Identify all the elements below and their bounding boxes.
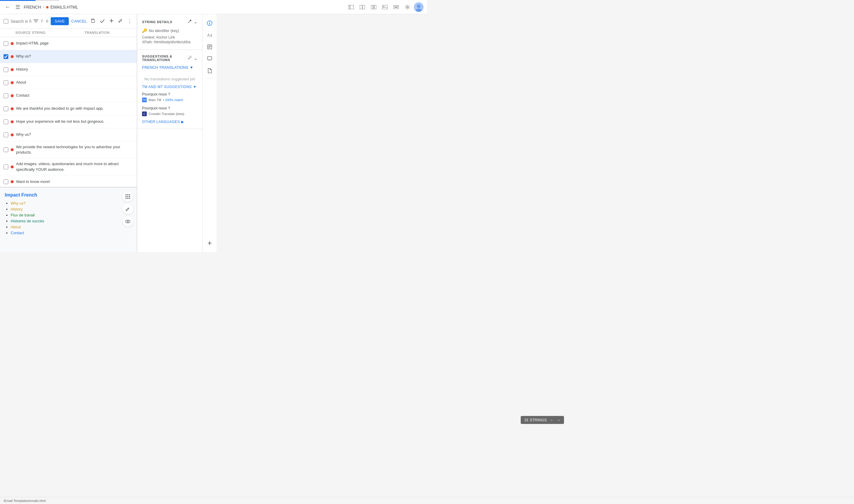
row-checkbox[interactable]	[3, 80, 8, 85]
key-text: No identifier (key)	[149, 29, 179, 33]
svg-line-34	[129, 167, 130, 168]
row-checkbox[interactable]	[3, 179, 8, 184]
row-checkbox[interactable]	[3, 132, 8, 137]
table-row[interactable]: We are thankful you decided to go with I…	[0, 102, 137, 115]
table-row[interactable]: Want to know more!	[0, 176, 137, 187]
svg-line-35	[129, 183, 130, 183]
row-status-dot	[11, 180, 14, 183]
table-row[interactable]: History	[0, 63, 137, 76]
gear-icon[interactable]	[403, 2, 412, 12]
key-icon: 🔑	[142, 28, 147, 33]
suggestion-item[interactable]: Pourquoi nous ? TM Main TM • 100% match	[142, 92, 197, 102]
toolbar-icon-3[interactable]	[369, 2, 378, 12]
row-icon[interactable]	[129, 119, 133, 124]
topbar: ← ☰ FRENCH › ■ EMAILS.HTML	[0, 0, 427, 14]
preview-link[interactable]: Histoires de succès	[11, 219, 44, 223]
search-count: 7 · 0	[41, 19, 48, 23]
row-checkbox[interactable]	[3, 67, 8, 72]
back-button[interactable]: ←	[3, 2, 12, 12]
table-row[interactable]: Add images, videos, questionaries and mu…	[0, 158, 137, 175]
filename: EMAILS.HTML	[50, 5, 78, 10]
row-icon[interactable]	[129, 179, 133, 184]
preview-link[interactable]: Contact	[11, 231, 24, 235]
suggestions-section: SUGGESTIONS & TRANSLATIONS ⌄ FRENCH TRAN…	[137, 50, 202, 129]
row-icon[interactable]	[129, 80, 133, 85]
row-checkbox[interactable]	[3, 164, 8, 169]
search-input[interactable]	[11, 19, 31, 24]
column-headers: SOURCE STRING TRANSLATION	[0, 29, 137, 37]
avatar[interactable]	[414, 2, 424, 12]
select-all-checkbox[interactable]	[3, 19, 8, 24]
toolbar-icon-2[interactable]	[358, 2, 367, 12]
chevron-down-icon[interactable]: ⌄	[194, 19, 197, 24]
add-sidebar-button[interactable]	[204, 238, 215, 249]
table-row[interactable]: Contact	[0, 89, 137, 102]
text-sidebar-icon[interactable]	[204, 41, 215, 52]
table-row[interactable]: We provide the newest technologies for y…	[0, 141, 137, 158]
table-row[interactable]: Impact HTML page	[0, 37, 137, 50]
row-icon[interactable]	[129, 106, 133, 111]
row-checkbox[interactable]	[3, 41, 8, 46]
file-search-sidebar-icon[interactable]	[204, 65, 215, 76]
suggestions-title: SUGGESTIONS & TRANSLATIONS	[142, 55, 188, 62]
source-label: Main TM	[148, 98, 161, 102]
suggestion-item[interactable]: Pourquoi nous ? C Crowdin Translate (bet…	[142, 106, 197, 116]
table-row[interactable]: Hope your experience will be not less bu…	[0, 115, 137, 128]
details-panel: STRING DETAILS ⌄ 🔑 No identifier (key) C…	[137, 14, 202, 252]
preview-link[interactable]: About	[11, 225, 21, 229]
pin-icon[interactable]	[188, 19, 192, 24]
doc-sidebar-icon[interactable]	[204, 53, 215, 64]
toolbar-icon-1[interactable]	[346, 2, 356, 12]
svg-line-28	[129, 83, 130, 84]
table-row[interactable]: Why us?	[0, 50, 137, 63]
row-text: Why us?	[16, 54, 127, 59]
list-item: History	[11, 206, 132, 211]
menu-button[interactable]: ☰	[14, 3, 21, 12]
list-item: Flux de travail	[11, 213, 132, 217]
grid-view-button[interactable]	[123, 191, 133, 202]
row-icon[interactable]	[129, 54, 133, 59]
info-sidebar-icon[interactable]	[204, 18, 215, 29]
edit-preview-button[interactable]	[123, 204, 133, 214]
row-icon[interactable]	[129, 147, 133, 152]
svg-rect-13	[395, 7, 398, 8]
row-checkbox[interactable]	[3, 106, 8, 111]
table-row[interactable]: About	[0, 76, 137, 89]
row-icon[interactable]	[129, 93, 133, 98]
preview-link[interactable]: History	[11, 207, 22, 211]
keyboard-icon[interactable]	[391, 2, 401, 12]
save-button[interactable]: SAVE	[51, 17, 69, 25]
row-checkbox[interactable]	[3, 54, 8, 59]
translate-sidebar-icon[interactable]: A文	[204, 30, 215, 40]
check-icon[interactable]	[99, 18, 106, 25]
filter-icon[interactable]	[34, 19, 38, 24]
image-icon[interactable]	[380, 2, 390, 12]
svg-line-40	[188, 22, 189, 23]
other-languages-button[interactable]: OTHER LANGUAGES ▶	[142, 120, 184, 124]
row-icon[interactable]	[129, 67, 133, 72]
table-row[interactable]: Why us?	[0, 128, 137, 141]
row-icon[interactable]	[129, 164, 133, 169]
cancel-button[interactable]: CANCEL	[71, 19, 87, 23]
copy-icon[interactable]	[89, 17, 96, 25]
chevron-down-icon-2[interactable]: ⌄	[194, 55, 197, 61]
row-icon[interactable]	[129, 132, 133, 137]
french-translations-button[interactable]: FRENCH TRANSLATIONS ▼	[142, 65, 193, 70]
more-icon[interactable]: ⋮	[126, 17, 133, 25]
tm-suggestions-button[interactable]: TM AND MT SUGGESTIONS ▼	[142, 85, 197, 89]
list-item: About	[11, 224, 132, 229]
icon-sidebar: A文	[202, 14, 216, 252]
suggestion-meta: C Crowdin Translate (beta)	[142, 111, 197, 116]
unpin-icon[interactable]	[188, 55, 192, 61]
row-checkbox[interactable]	[3, 93, 8, 98]
breadcrumb-arrow: ›	[43, 5, 44, 10]
svg-point-14	[407, 6, 408, 8]
row-checkbox[interactable]	[3, 147, 8, 152]
eye-icon[interactable]	[123, 216, 133, 227]
preview-link[interactable]: Why us?	[11, 201, 26, 205]
edit-icon[interactable]	[117, 18, 124, 25]
add-icon[interactable]	[108, 18, 115, 25]
preview-link[interactable]: Flux de travail	[11, 213, 35, 217]
row-checkbox[interactable]	[3, 120, 8, 124]
row-icon[interactable]	[129, 41, 133, 46]
